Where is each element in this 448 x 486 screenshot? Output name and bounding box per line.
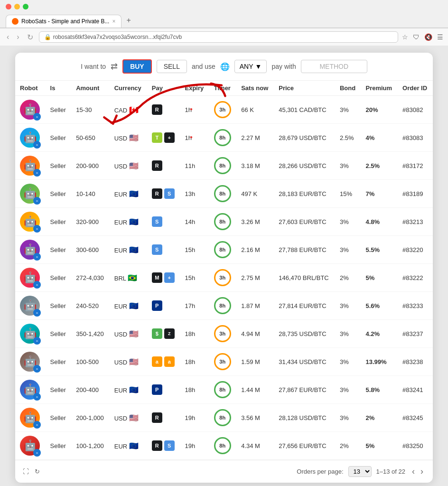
expiry-cell: 18h <box>180 348 209 376</box>
shield-icon[interactable]: 🛡 <box>413 33 420 41</box>
is-cell: Seller <box>46 376 72 404</box>
table-row[interactable]: 🤖 » Seller 100-500 USD 🇺🇸 aa 18h 3h 1.59… <box>15 348 433 376</box>
col-timer: Timer <box>209 81 236 96</box>
bookmark-icon[interactable]: ☆ <box>402 33 408 41</box>
menu-icon[interactable]: ☰ <box>437 33 443 41</box>
next-page-button[interactable]: › <box>419 467 425 477</box>
audio-icon[interactable]: 🔇 <box>424 33 432 41</box>
table-row[interactable]: 🤖 » Seller 320-900 EUR 🇪🇺 S 14h 8h 3.26 … <box>15 208 433 236</box>
timer-circle: 3h <box>214 101 231 118</box>
sats-cell: 2.27 M <box>236 124 274 152</box>
bond-cell: 15% <box>335 180 361 208</box>
currency-select[interactable]: ANY ▼ <box>234 60 267 73</box>
amount-cell: 15-30 <box>71 96 110 124</box>
robot-badge: » <box>33 309 41 317</box>
robot-cell: 🤖 » <box>15 292 46 320</box>
table-row[interactable]: 🤖 » Seller 15-30 CAD 🇨🇦 R 1h● 3h 66 K 45… <box>15 96 433 124</box>
maximize-button[interactable] <box>23 4 28 9</box>
table-row[interactable]: 🤖 » Seller 50-650 USD 🇺🇸 T+ 1h● 8h 2.27 … <box>15 124 433 152</box>
tab-close-button[interactable]: × <box>112 18 115 25</box>
expiry-cell: 13h <box>180 180 209 208</box>
sell-button[interactable]: SELL <box>157 60 187 73</box>
order-id-cell: #83245 <box>398 404 433 432</box>
page-nav: ‹ › <box>410 467 425 477</box>
premium-cell: 2% <box>361 404 398 432</box>
currency-cell: USD 🇺🇸 <box>110 152 147 180</box>
is-cell: Seller <box>46 124 72 152</box>
robot-badge: » <box>33 169 41 177</box>
table-row[interactable]: 🤖 » Seller 272-4,030 BRL 🇧🇷 M+ 15h 3h 2.… <box>15 264 433 292</box>
robot-avatar: 🤖 » <box>20 324 40 344</box>
url-text: robosats6tkf3eva7x2voqso3a5wcorsn...xfqi… <box>53 34 182 40</box>
timer-cell: 3h <box>209 320 236 348</box>
sats-cell: 3.26 M <box>236 208 274 236</box>
app-card: I want to ⇄ BUY SELL and use 🌐 ANY ▼ pay… <box>15 53 433 483</box>
bond-cell: 3% <box>335 376 361 404</box>
table-row[interactable]: 🤖 » Seller 200-400 EUR 🇪🇺 P 18h 8h 1.44 … <box>15 376 433 404</box>
price-cell: 27,814 EUR/BTC <box>274 292 335 320</box>
col-premium: Premium <box>361 81 398 96</box>
amount-cell: 300-600 <box>71 236 110 264</box>
sats-cell: 4.34 M <box>236 432 274 460</box>
robot-cell: 🤖 » <box>15 236 46 264</box>
toolbar-icons: ☆ 🛡 🔇 ☰ <box>402 33 443 41</box>
amount-cell: 200-1,000 <box>71 404 110 432</box>
timer-cell: 3h <box>209 348 236 376</box>
price-cell: 28,679 USD/BTC <box>274 124 335 152</box>
premium-cell: 20% <box>361 96 398 124</box>
amount-cell: 350-1,420 <box>71 320 110 348</box>
premium-cell: 4% <box>361 124 398 152</box>
table-row[interactable]: 🤖 » Seller 100-1,200 EUR 🇪🇺 RS 19h 8h 4.… <box>15 432 433 460</box>
back-button[interactable]: ‹ <box>5 32 11 42</box>
col-pay: Pay <box>147 81 180 96</box>
table-row[interactable]: 🤖 » Seller 350-1,420 USD 🇺🇸 $Z 18h 3h 4.… <box>15 320 433 348</box>
expiry-cell: 15h <box>180 236 209 264</box>
fullscreen-icon[interactable]: ⛶ <box>23 468 29 475</box>
filter-bar: I want to ⇄ BUY SELL and use 🌐 ANY ▼ pay… <box>15 53 433 81</box>
pay-cell: M+ <box>147 264 180 292</box>
pay-cell: S <box>147 236 180 264</box>
price-cell: 28,735 USD/BTC <box>274 320 335 348</box>
forward-button[interactable]: › <box>15 32 21 42</box>
table-row[interactable]: 🤖 » Seller 200-1,000 USD 🇺🇸 R 19h 8h 3.5… <box>15 404 433 432</box>
minimize-button[interactable] <box>14 4 20 9</box>
refresh-button[interactable]: ↻ <box>25 32 35 43</box>
table-row[interactable]: 🤖 » Seller 200-900 USD 🇺🇸 R 11h 8h 3.18 … <box>15 152 433 180</box>
pay-cell: R <box>147 152 180 180</box>
table-row[interactable]: 🤖 » Seller 240-520 EUR 🇪🇺 P 17h 8h 1.87 … <box>15 292 433 320</box>
table-row[interactable]: 🤖 » Seller 300-600 EUR 🇪🇺 S 15h 8h 2.16 … <box>15 236 433 264</box>
robot-avatar: 🤖 » <box>20 156 40 176</box>
timer-circle: 3h <box>214 353 231 370</box>
pay-cell: $Z <box>147 320 180 348</box>
browser-tab[interactable]: RoboSats - Simple and Private B... × <box>6 15 121 28</box>
bond-cell: 3% <box>335 348 361 376</box>
price-cell: 28,128 USD/BTC <box>274 404 335 432</box>
robot-cell: 🤖 » <box>15 376 46 404</box>
amount-cell: 50-650 <box>71 124 110 152</box>
refresh-table-icon[interactable]: ↻ <box>35 468 40 475</box>
robot-avatar: 🤖 » <box>20 352 40 372</box>
robot-avatar: 🤖 » <box>20 212 40 232</box>
expiry-cell: 1h● <box>180 124 209 152</box>
per-page-select[interactable]: 13 25 50 <box>348 466 372 477</box>
method-input[interactable]: METHOD <box>301 60 367 73</box>
prev-page-button[interactable]: ‹ <box>410 467 417 477</box>
col-expiry: Expiry <box>180 81 209 96</box>
bond-cell: 3% <box>335 208 361 236</box>
order-id-cell: #83082 <box>398 96 433 124</box>
premium-cell: 4.8% <box>361 208 398 236</box>
timer-cell: 3h <box>209 96 236 124</box>
table-row[interactable]: 🤖 » Seller 10-140 EUR 🇪🇺 RS 13h 8h 497 K… <box>15 180 433 208</box>
timer-circle: 8h <box>214 297 231 314</box>
price-cell: 45,301 CAD/BTC <box>274 96 335 124</box>
currency-cell: EUR 🇪🇺 <box>110 292 147 320</box>
new-tab-button[interactable]: + <box>121 13 135 28</box>
currency-cell: EUR 🇪🇺 <box>110 432 147 460</box>
pay-cell: RS <box>147 432 180 460</box>
close-button[interactable] <box>6 4 11 9</box>
address-bar[interactable]: 🔒 robosats6tkf3eva7x2voqso3a5wcorsn...xf… <box>39 31 398 43</box>
buy-button[interactable]: BUY <box>122 59 152 74</box>
timer-cell: 8h <box>209 124 236 152</box>
timer-circle: 3h <box>214 269 231 286</box>
robot-avatar: 🤖 » <box>20 184 40 204</box>
